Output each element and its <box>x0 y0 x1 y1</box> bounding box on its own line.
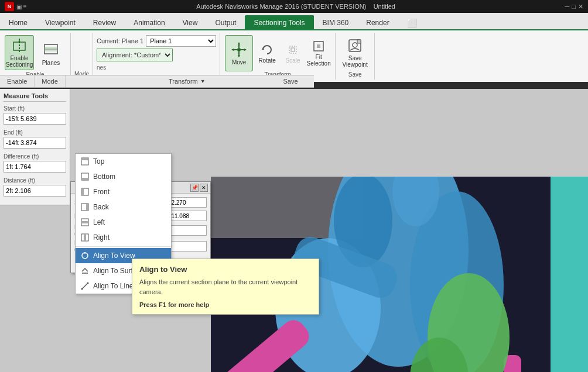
dropdown-left-label: Left <box>93 218 105 226</box>
tab-extra[interactable]: ⬜ <box>398 15 426 29</box>
end-value: -14ft 3.874 <box>4 137 66 149</box>
tab-render[interactable]: Render <box>357 15 398 29</box>
save-bar: Save <box>267 75 314 88</box>
end-label: End (ft) <box>4 129 66 136</box>
distance-field: Distance (ft) 2ft 2.106 <box>4 177 66 197</box>
tab-output[interactable]: Output <box>206 15 245 29</box>
tooltip-title: Align to View <box>139 265 312 274</box>
tab-bim360[interactable]: BIM 360 <box>314 15 358 29</box>
svg-rect-17 <box>291 48 295 51</box>
save-label: Save <box>348 70 362 78</box>
enable-bar-section[interactable]: Enable <box>0 75 35 87</box>
svg-rect-21 <box>357 40 361 43</box>
scale-button[interactable]: Scale <box>281 35 305 71</box>
mode-bar-section[interactable]: Mode <box>35 75 66 87</box>
left-plane-icon <box>80 218 90 227</box>
planes-label-extra: nes <box>97 64 216 71</box>
dropdown-right[interactable]: Right <box>76 230 171 245</box>
distance-value: 2ft 2.106 <box>4 185 66 197</box>
svg-marker-14 <box>244 49 247 51</box>
enable-group: EnableSectioning Planes Enable <box>0 33 71 80</box>
planes-button[interactable]: Planes <box>36 35 66 70</box>
dropdown-right-label: Right <box>93 233 110 242</box>
distance-label: Distance (ft) <box>4 177 66 184</box>
svg-point-20 <box>353 43 357 47</box>
tab-review[interactable]: Review <box>84 15 125 29</box>
bottom-plane-icon <box>80 172 90 181</box>
rotate-button[interactable]: Rotate <box>255 35 279 71</box>
planes-icon <box>42 40 60 58</box>
save-viewpoint-button[interactable]: SaveViewpoint <box>340 35 370 70</box>
transform-buttons: Move Rotate Scale <box>225 35 330 71</box>
tooltip-body: Aligns the current section plane to the … <box>139 277 312 297</box>
difference-value: 1ft 1.764 <box>4 161 66 173</box>
dropdown-top-label: Top <box>93 157 104 166</box>
svg-marker-8 <box>238 42 240 44</box>
difference-label: Difference (ft) <box>4 153 66 160</box>
fit-selection-label: FitSelection <box>307 54 331 67</box>
dropdown-front[interactable]: Front <box>76 184 171 199</box>
svg-rect-16 <box>289 46 296 53</box>
float-close-button[interactable]: ✕ <box>200 184 208 192</box>
tab-home[interactable]: Home <box>0 15 36 29</box>
enable-sectioning-button[interactable]: EnableSectioning <box>5 35 34 70</box>
current-plane-row: Current: Plane 1 Plane 1 <box>97 35 216 47</box>
dropdown-bottom[interactable]: Bottom <box>76 169 171 184</box>
tab-animation[interactable]: Animation <box>125 15 173 29</box>
alignment-select[interactable]: Alignment: *Custom* <box>97 49 173 61</box>
dropdown-back-label: Back <box>93 203 109 211</box>
dropdown-back[interactable]: Back <box>76 199 171 215</box>
tab-viewpoint[interactable]: Viewpoint <box>36 15 84 29</box>
measure-tools-panel: Measure Tools Start (ft) -15ft 5.639 End… <box>0 89 70 205</box>
doc-title: Untitled <box>374 3 395 10</box>
fit-selection-button[interactable]: FitSelection <box>307 35 330 71</box>
scale-label: Scale <box>286 57 300 64</box>
dropdown-align-view-label: Align To View <box>93 252 135 260</box>
transform-bar-label: Transform <box>169 78 198 85</box>
current-plane-label: Current: Plane 1 <box>97 37 143 44</box>
dropdown-divider-1 <box>76 246 171 247</box>
planes-label: Planes <box>42 60 60 66</box>
float-pin-button[interactable]: 📌 <box>190 184 199 192</box>
enable-group-buttons: EnableSectioning Planes <box>5 35 66 70</box>
transform-bar: Transform ▼ <box>164 75 281 88</box>
dropdown-top[interactable]: Top <box>76 154 171 169</box>
svg-marker-12 <box>231 49 234 51</box>
svg-point-6 <box>237 48 241 51</box>
svg-point-51 <box>81 288 83 290</box>
title-bar-left: N ▣ ≡ <box>5 2 27 11</box>
tab-view[interactable]: View <box>174 15 207 29</box>
window-controls[interactable]: ─ □ ✕ <box>565 3 583 11</box>
mode-group: Mode <box>71 33 93 80</box>
ribbon-content: EnableSectioning Planes Enable <box>0 29 588 82</box>
app-logo: N <box>5 2 14 11</box>
enable-sectioning-icon <box>10 37 29 54</box>
dropdown-front-label: Front <box>93 188 110 196</box>
full-title: Autodesk Navisworks Manage 2016 (STUDENT… <box>196 3 395 10</box>
save-group-buttons: SaveViewpoint <box>340 35 370 70</box>
tab-sectioning[interactable]: Sectioning Tools <box>245 15 313 29</box>
dropdown-left[interactable]: Left <box>76 215 171 230</box>
difference-field: Difference (ft) 1ft 1.764 <box>4 153 66 173</box>
sectioning-controls: Current: Plane 1 Plane 1 Alignment: *Cus… <box>93 33 220 80</box>
front-plane-icon <box>80 187 90 197</box>
svg-rect-38 <box>81 178 88 180</box>
save-viewpoint-icon <box>346 37 364 54</box>
workspace: Measure Tools Start (ft) -15ft 5.639 End… <box>0 89 588 372</box>
move-label: Move <box>232 59 246 66</box>
save-group: SaveViewpoint Save <box>336 33 375 80</box>
align-line-icon <box>80 281 90 291</box>
svg-marker-10 <box>238 55 240 57</box>
title-bar: N ▣ ≡ Autodesk Navisworks Manage 2016 (S… <box>0 0 588 13</box>
enable-sectioning-label: EnableSectioning <box>6 55 33 68</box>
alignment-row: Alignment: *Custom* <box>97 49 216 61</box>
svg-rect-27 <box>551 177 588 372</box>
move-button[interactable]: Move <box>225 35 253 71</box>
plane-select[interactable]: Plane 1 <box>146 35 216 47</box>
save-bar-label: Save <box>283 78 298 85</box>
dropdown-align-line-label: Align To Line <box>93 282 134 290</box>
system-menu-icons: ▣ ≡ <box>16 4 27 10</box>
save-viewpoint-label: SaveViewpoint <box>343 55 368 68</box>
start-label: Start (ft) <box>4 105 66 112</box>
rotate-label: Rotate <box>258 57 275 64</box>
